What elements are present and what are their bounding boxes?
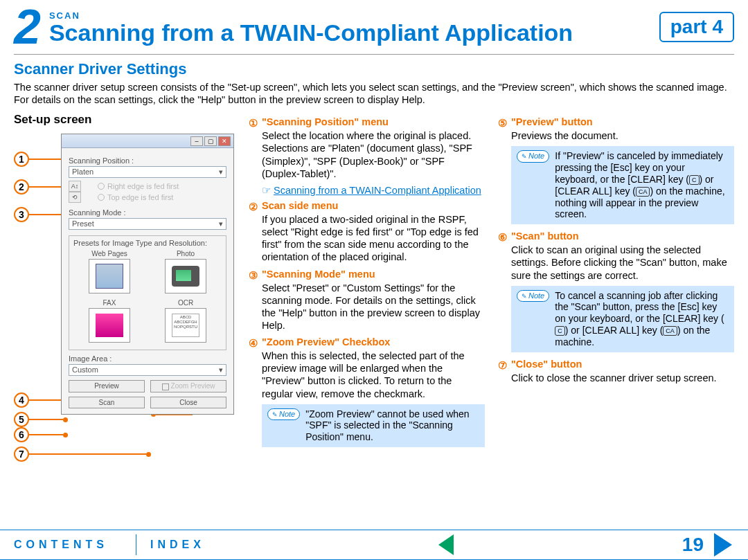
item3-text: Select "Preset" or "Custom Settings" for… [262,282,485,332]
callout-3: 3 [14,207,68,222]
contents-link[interactable]: CONTENTS [14,539,108,551]
index-link[interactable]: INDEX [150,539,205,551]
callout-7: 7 [14,446,151,462]
callout-3-num: 3 [14,207,29,222]
next-page-button[interactable] [712,534,734,556]
orientation-a-icon[interactable]: A↕ [69,181,81,192]
item5-note-text: If "Preview" is canceled by immediately … [555,150,729,220]
footer-divider [136,534,136,555]
image-area-select[interactable]: Custom▾ [69,364,226,376]
scanning-mode-label: Scanning Mode : [69,208,226,217]
scanning-position-label: Scanning Position : [69,156,226,165]
item7-head: ⑦"Close" button [496,358,734,372]
item4-note-text: "Zoom Preview" cannot be used when "SPF"… [305,408,479,443]
callout-4-num: 4 [14,392,29,408]
orientation-b-icon[interactable]: ⟲ [69,192,81,203]
item1-text: Select the location where the original i… [262,129,485,180]
right-edge-radio[interactable]: Right edge is fed first [98,182,179,190]
item6-head: ⑥"Scan" button [496,230,734,244]
zoom-preview-checkbox[interactable]: Zoom Preview [150,380,226,392]
callout-4: 4 [14,392,68,408]
callout-2-num: 2 [14,179,29,195]
note-label: Note [267,408,300,420]
item5-head: ⑤"Preview" button [496,116,734,129]
callout-6: 6 [14,427,68,442]
callout-1-num: 1 [14,152,29,167]
item6-text: Click to scan an original using the sele… [511,244,734,281]
setup-window: – ▢ ✕ Scanning Position : Platen▾ A↕ Rig… [61,134,234,414]
item2-head: ②Scan side menu [247,199,485,213]
window-titlebar: – ▢ ✕ [62,134,233,148]
chapter-number: 2 [14,3,41,51]
callout-5-num: 5 [14,412,29,427]
item3-head: ③"Scanning Mode" menu [247,268,485,282]
item6-note: Note To cancel a scanning job after clic… [511,286,734,352]
callout-1: 1 [14,152,68,167]
footer-bar: CONTENTS INDEX 19 [0,530,748,560]
prev-page-button[interactable] [435,534,457,556]
callout-2: 2 [14,179,68,195]
page-number: 19 [674,534,712,556]
scanning-mode-select[interactable]: Preset▾ [69,218,226,230]
preset-fax[interactable]: FAX [73,299,145,344]
scanning-position-select[interactable]: Platen▾ [69,166,226,178]
item4-head: ④"Zoom Preview" Checkbox [247,336,485,350]
item4-note: Note "Zoom Preview" cannot be used when … [262,404,485,447]
note-label-5: Note [517,150,549,162]
preview-button[interactable]: Preview [69,380,145,392]
presets-label: Presets for Image Type and Resolution: [73,239,222,247]
preset-photo[interactable]: Photo [150,250,222,295]
callout-7-num: 7 [14,446,29,462]
preset-ocr[interactable]: OCR ABCD ABCDEFGH NOPQRSTU [150,299,222,344]
item5-text: Previews the document. [511,129,734,142]
section-title: Scanner Driver Settings [0,60,748,78]
item7-text: Click to close the scanner driver setup … [511,372,734,384]
callout-6-num: 6 [14,427,29,442]
minimize-button[interactable]: – [190,136,203,146]
item2-text: If you placed a two-sided original in th… [262,213,485,264]
top-edge-radio[interactable]: Top edge is fed first [98,193,173,201]
header-rule [14,54,734,55]
item4-text: When this is selected, the selected part… [262,350,485,400]
note-label-6: Note [517,290,549,302]
item1-xref[interactable]: ☞Scanning from a TWAIN-Compliant Applica… [262,184,485,197]
presets-box: Presets for Image Type and Resolution: W… [69,235,226,350]
page-title: Scanning from a TWAIN-Compliant Applicat… [49,21,645,44]
scan-button[interactable]: Scan [69,397,145,408]
image-area-label: Image Area : [69,354,226,363]
setup-screen-label: Set-up screen [14,113,235,127]
part-label: part 4 [659,12,734,42]
close-button[interactable]: Close [150,397,226,408]
page-header: 2 SCAN Scanning from a TWAIN-Compliant A… [0,0,748,51]
item6-note-text: To cancel a scanning job after clicking … [555,290,729,348]
intro-text: The scanner driver setup screen consists… [0,81,748,113]
preset-webpages[interactable]: Web Pages [73,250,145,295]
item1-head: ①"Scanning Position" menu [247,116,485,129]
maximize-button[interactable]: ▢ [204,136,217,146]
window-close-button[interactable]: ✕ [218,136,231,146]
callout-5: 5 [14,412,68,427]
item5-note: Note If "Preview" is canceled by immedia… [511,146,734,224]
